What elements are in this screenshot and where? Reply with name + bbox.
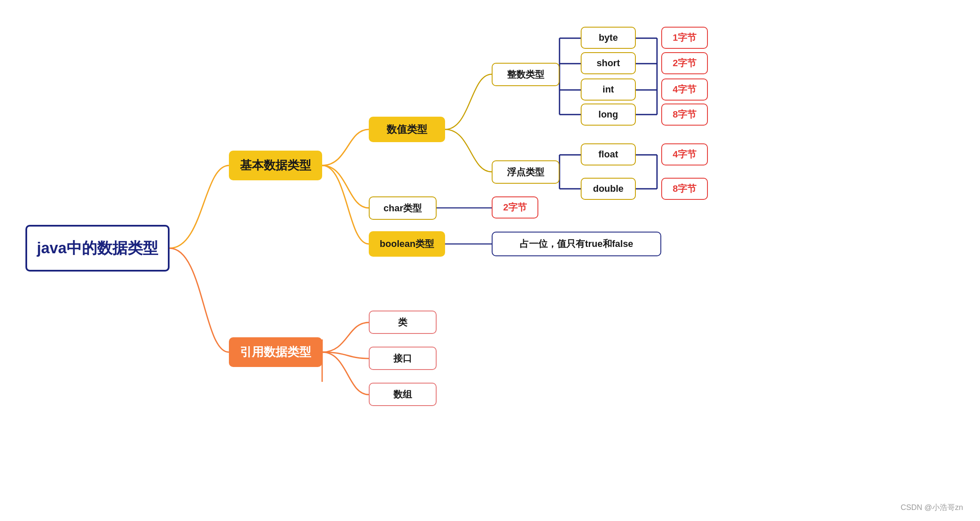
ref-type-node: 引用数据类型	[229, 337, 322, 367]
integer-type-node: 整数类型	[492, 63, 560, 86]
byte-4-float-node: 4字节	[661, 143, 708, 165]
interface-label: 接口	[393, 352, 412, 365]
basic-type-node: 基本数据类型	[229, 151, 322, 180]
watermark: CSDN @小浩哥zn	[901, 502, 963, 513]
array-label: 数组	[393, 388, 412, 401]
float-label: float	[599, 149, 618, 160]
short-label: short	[597, 58, 620, 69]
long-node: long	[581, 104, 636, 126]
boolean-desc-label: 占一位，值只有true和false	[520, 238, 633, 250]
boolean-label: boolean类型	[380, 238, 434, 250]
size1-label: 1字节	[673, 31, 696, 44]
root-label: java中的数据类型	[37, 238, 158, 259]
short-node: short	[581, 52, 636, 74]
class-node: 类	[369, 311, 437, 334]
float-type-label: 浮点类型	[507, 166, 544, 179]
size8a-label: 8字节	[673, 108, 696, 121]
int-node: int	[581, 78, 636, 101]
mind-map: java中的数据类型 基本数据类型 引用数据类型 数值类型 char类型 boo…	[0, 0, 980, 521]
byte-node: byte	[581, 27, 636, 49]
double-label: double	[593, 183, 624, 194]
byte-8-long-node: 8字节	[661, 104, 708, 126]
interface-node: 接口	[369, 347, 437, 370]
boolean-type-node: boolean类型	[369, 231, 445, 257]
byte-label: byte	[599, 32, 618, 43]
integer-label: 整数类型	[507, 68, 544, 81]
size4b-label: 4字节	[673, 148, 696, 161]
array-node: 数组	[369, 383, 437, 406]
byte-1-node: 1字节	[661, 27, 708, 49]
double-node: double	[581, 178, 636, 200]
byte-2-node: 2字节	[661, 52, 708, 74]
int-label: int	[603, 84, 614, 95]
size2-label: 2字节	[673, 57, 696, 70]
char-size-label: 2字节	[503, 201, 527, 214]
size8b-label: 8字节	[673, 182, 696, 195]
root-node: java中的数据类型	[25, 225, 170, 272]
boolean-desc-node: 占一位，值只有true和false	[492, 232, 661, 256]
char-bytes-node: 2字节	[492, 196, 538, 218]
byte-4-int-node: 4字节	[661, 78, 708, 101]
ref-label: 引用数据类型	[240, 344, 311, 360]
float-node: float	[581, 143, 636, 165]
basic-label: 基本数据类型	[240, 157, 311, 174]
char-type-node: char类型	[369, 196, 437, 220]
long-label: long	[599, 109, 618, 120]
numeric-type-node: 数值类型	[369, 117, 445, 142]
class-label: 类	[398, 316, 407, 329]
byte-8-double-node: 8字节	[661, 178, 708, 200]
char-label: char类型	[384, 202, 422, 215]
float-type-node: 浮点类型	[492, 160, 560, 184]
size4a-label: 4字节	[673, 83, 696, 96]
numeric-label: 数值类型	[387, 123, 427, 136]
